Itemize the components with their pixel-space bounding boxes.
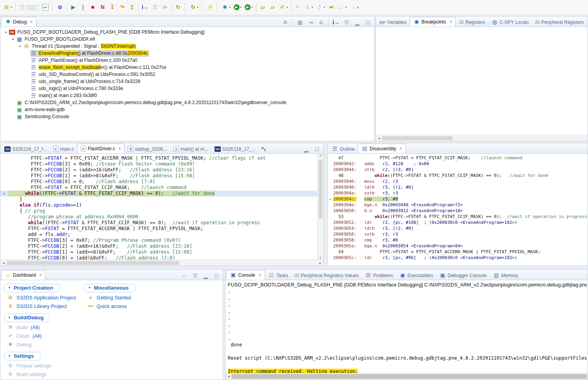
tab-breakpoints[interactable]: ◉Breakpoints✕ — [410, 17, 456, 27]
code-line[interactable]: FTFC->FCCOB[2] = (add>>16)&0xFF; //Flash… — [0, 243, 317, 249]
minimize-button[interactable]: ▁ — [353, 18, 362, 27]
disassembly-line[interactable]: 20003056: sxtb r3, r3 — [328, 231, 588, 237]
highlighter-button[interactable]: ✐▾ — [278, 2, 289, 13]
disassembly-line[interactable]: 2000304a: sxtb r3, r3 — [328, 190, 588, 196]
maximize-button[interactable]: □ — [312, 145, 321, 153]
debug-call-stack-tree[interactable]: ▾PEFUSO_DCPP_BOOTLOADER_Debug_FLASH_PNE … — [0, 27, 374, 141]
tab-debugger-console[interactable]: ▣Debugger Console — [436, 271, 490, 280]
scroll-left-icon[interactable]: ◂ — [376, 136, 382, 140]
instruction-step-mode-button[interactable]: i→ — [332, 18, 341, 27]
editor-vertical-scrollbar[interactable]: ∧ ∨ — [317, 154, 323, 259]
tab-outline[interactable]: ☰Outline — [328, 144, 358, 153]
flash-programmer-button[interactable]: ⚡ — [206, 2, 215, 13]
link-suffix[interactable]: (All) — [31, 324, 40, 330]
disassembly-line[interactable]: 54 FTFC->FSTAT = FTFC_FSTAT_ACCERR_MASK … — [328, 249, 588, 255]
pen-button[interactable]: ✎ — [293, 2, 302, 13]
tab-memory[interactable]: ▥Memory — [490, 271, 521, 280]
link-with-editor-button[interactable]: ▱ — [180, 271, 189, 280]
breakpoints-content[interactable] — [376, 27, 588, 135]
code-line[interactable]: FTFC->FCCOB[1] = (add>>8)&0xFF; //Flash … — [0, 173, 317, 179]
code-line[interactable]: FTFC->FCCOB[0] = (add)&0xFF; //Flash add… — [0, 255, 317, 259]
code-line[interactable]: FTFC->FSTAT = FTFC_FSTAT_ACCERR_MASK | F… — [0, 226, 317, 232]
tab-problems[interactable]: ☒Problems — [362, 271, 396, 280]
code-line[interactable]: FTFC->FCCOB[3] = 0x09; //Erase Flash Sec… — [0, 161, 317, 167]
code-line[interactable]: } — [0, 196, 317, 202]
tab-main-c[interactable]: cmain.c — [50, 144, 77, 153]
collapse-triangle-icon[interactable]: ▼ — [88, 286, 91, 290]
terminate-button[interactable]: ■ — [88, 2, 97, 13]
debug-tree-row[interactable]: ☰APP_FlashErase() at FlashDriver.c:100 0… — [0, 57, 374, 64]
tab-tasks[interactable]: ☑Tasks — [265, 271, 292, 280]
display-selected-button[interactable]: ≫ — [161, 2, 170, 13]
scrollbar-thumb[interactable] — [319, 160, 322, 218]
console-output[interactable]: FUSO_DCPP_BOOTLOADER_Debug_FLASH_PNE [GD… — [225, 280, 588, 373]
maximize-button[interactable]: □ — [212, 271, 221, 280]
next-annotation-button[interactable]: ⇩▾ — [303, 2, 314, 13]
tab-s32k116-17-f[interactable]: S32S32K116_17_f... — [1, 144, 50, 153]
maximize-button[interactable]: □ — [363, 18, 372, 27]
debug-tree-row[interactable]: ☰EraseAndProgram() at FlashDriver.c:48 0… — [0, 50, 374, 57]
debug-tree-row[interactable]: ▣C:\NXP\S32DS_ARM_v2.2\eclipse\plugins\c… — [0, 99, 374, 106]
tab-s32k116-17[interactable]: S32S32K116_17_... — [211, 144, 259, 153]
open-project-button[interactable]: ▱ — [258, 2, 267, 13]
binary-file-button[interactable]: 010 — [41, 2, 50, 13]
save-all-button[interactable]: ◫◫ — [27, 2, 36, 13]
disassembly-line[interactable]: 20003058: cmp r3, #0 — [328, 237, 588, 243]
tab-registers[interactable]: 10100101Registers — [456, 18, 488, 27]
disassembly-line[interactable]: 20003054: ldrb r3, [r2, #0] — [328, 225, 588, 231]
expander-icon[interactable]: ▾ — [3, 31, 9, 34]
disassembly-line[interactable]: 53 while((FTFC->FSTAT & FTFC_FSTAT_CCIF_… — [328, 214, 588, 220]
reset-target-button[interactable]: ↻ — [174, 2, 183, 13]
scrollbar-thumb[interactable] — [232, 374, 587, 379]
last-edit-location-button[interactable]: ↫ — [327, 2, 336, 13]
code-line[interactable]: FTFC->FCCOB[2] = (add>>16)&0xFF; //Flash… — [0, 167, 317, 173]
disassembly-line[interactable]: 20003050: b.n 0x20003012 <EraseAndProgra… — [328, 208, 588, 214]
link-quick-access[interactable]: ⊶Quick access — [87, 303, 135, 310]
link-suffix[interactable]: (All) — [32, 333, 41, 339]
tab-peripheral-registers[interactable]: 10100101Peripheral Registers — [532, 18, 587, 27]
restart-button[interactable]: ↻▾ — [189, 2, 200, 13]
back-button[interactable]: ←▾ — [337, 2, 348, 13]
code-line[interactable]: FTFC->FCCOB[1] = (add>>8)&0xFF; //Flash … — [0, 249, 317, 255]
tab-dashboard[interactable]: ⌂Dashboard✕ — [1, 270, 45, 280]
view-menu-button[interactable]: ▽ — [191, 271, 200, 280]
suspend-button[interactable]: ∥ — [79, 2, 88, 13]
collapse-triangle-icon[interactable]: ▼ — [8, 354, 11, 358]
step-into-button[interactable]: ↧ — [108, 2, 117, 13]
code-line[interactable]: else if(fls.opcode==1) — [0, 202, 317, 208]
close-icon[interactable]: ✕ — [399, 147, 402, 151]
link-s32ds-application-project[interactable]: ⊞S32DS Application Project — [7, 294, 76, 301]
scroll-left-icon[interactable]: ◂ — [0, 261, 7, 265]
code-line[interactable]: FTFC->FSTAT = FTFC_FSTAT_ACCERR_MASK | F… — [0, 155, 317, 161]
link-build[interactable]: ⚒Build(All) — [7, 324, 76, 331]
code-line[interactable]: FTFC->FCCOB[0] = 0; //Flash address [7:0… — [0, 179, 317, 185]
step-over-button[interactable]: ↷ — [118, 2, 127, 13]
expander-icon[interactable]: ▾ — [17, 45, 23, 48]
debug-tree-row[interactable]: ☰uds_SID_RoutineControl() at UdsProcess.… — [0, 71, 374, 78]
expander-icon[interactable]: ▾ — [10, 38, 16, 41]
code-line[interactable]: add = fls.addr; — [0, 232, 317, 238]
previous-annotation-button[interactable]: ⇧▾ — [315, 2, 326, 13]
debug-tree-row[interactable]: ☰erase_flash_except_bootloader() at Flas… — [0, 64, 374, 71]
tab-variables[interactable]: (x)=Variables — [377, 18, 410, 27]
debug-tree-row[interactable]: ☰main() at main.c:283 0x38f0 — [0, 92, 374, 99]
debug-tree-row[interactable]: ▾▦FUSO_DCPP_BOOTLOADER.elf — [0, 36, 374, 43]
close-icon[interactable]: ✕ — [39, 273, 42, 277]
tab-main-at[interactable]: cmain() at m... — [170, 144, 211, 153]
tab-disassembly[interactable]: ▤Disassembly✕ — [358, 144, 406, 153]
disassembly-line[interactable]: 20003044: strb r2, [r3, #0] — [328, 167, 588, 173]
tab-debug[interactable]: ✱Debug✕ — [1, 17, 36, 27]
collapse-triangle-icon[interactable]: ▼ — [8, 316, 11, 319]
section-header[interactable]: ▼Miscellaneous — [85, 284, 135, 292]
disassembly-line[interactable]: 20003046: movs r2, r3 — [328, 178, 588, 184]
close-icon[interactable]: ✕ — [30, 20, 33, 24]
close-icon[interactable]: ✕ — [449, 20, 453, 24]
tab-console[interactable]: ▣Console✕ — [226, 270, 265, 280]
link-getting-started[interactable]: ◕Getting Started — [87, 294, 135, 301]
debug-tree-row[interactable]: ▣arm-none-eabi-gdb — [0, 106, 374, 113]
link-project-settings[interactable]: ⚙Project settings — [7, 362, 76, 369]
disassembly-line[interactable]: 2000305a: bge.n 0x20003054 <EraseAndProg… — [328, 243, 588, 249]
close-icon[interactable]: ✕ — [118, 147, 121, 151]
link-debug[interactable]: ✱Debug — [7, 341, 76, 348]
link-s32ds-library-project[interactable]: ≣S32DS Library Project — [7, 303, 76, 310]
